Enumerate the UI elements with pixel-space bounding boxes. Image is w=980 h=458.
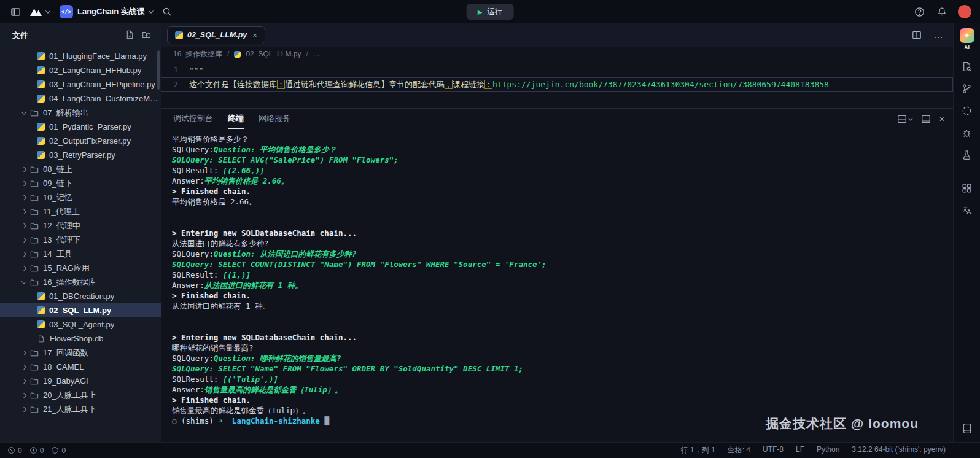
scrollbar-thumb[interactable] bbox=[157, 50, 160, 90]
python-icon bbox=[37, 52, 45, 60]
translate-icon[interactable] bbox=[961, 204, 973, 216]
terminal[interactable]: 平均销售价格是多少？SQLQuery:Question: 平均销售价格是多少？S… bbox=[161, 129, 953, 442]
tab-02-sql-llm[interactable]: 02_SQL_LLM.py × bbox=[167, 26, 265, 44]
project-selector[interactable]: </> LangChain 实战课 bbox=[60, 5, 153, 18]
file-label: 10_记忆 bbox=[43, 192, 72, 203]
tree-folder[interactable]: 13_代理下 bbox=[0, 233, 161, 247]
tree-folder[interactable]: 10_记忆 bbox=[0, 190, 161, 204]
tree-folder[interactable]: 19_BabyAGI bbox=[0, 374, 161, 388]
python-icon bbox=[37, 123, 45, 131]
chevron-right-icon bbox=[21, 364, 26, 369]
file-label: 20_人脉工具上 bbox=[43, 390, 96, 401]
help-icon[interactable] bbox=[912, 5, 926, 18]
folder-icon bbox=[30, 377, 39, 386]
breadcrumb-file[interactable]: 02_SQL_LLM.py bbox=[246, 50, 301, 58]
terminal-line: 平均销售价格是多少？ bbox=[172, 134, 953, 144]
book-icon[interactable] bbox=[961, 422, 973, 435]
panel-tab[interactable]: 调试控制台 bbox=[173, 109, 213, 129]
status-item[interactable]: UTF-8 bbox=[763, 445, 784, 456]
file-tree[interactable]: 01_HuggingFace_Llama.py02_LangChain_HFHu… bbox=[0, 48, 161, 442]
tree-folder[interactable]: 09_链下 bbox=[0, 176, 161, 190]
close-icon[interactable]: × bbox=[252, 31, 257, 40]
tree-folder[interactable]: 11_代理上 bbox=[0, 204, 161, 219]
chevron-down-icon bbox=[21, 279, 26, 284]
explorer-actions bbox=[125, 30, 151, 41]
tree-folder[interactable]: 17_回调函数 bbox=[0, 346, 161, 360]
code-segment: 课程链接 bbox=[453, 80, 484, 89]
tree-file[interactable]: 01_Pydantic_Parser.py bbox=[0, 120, 161, 134]
terminal-line bbox=[172, 207, 953, 217]
tree-folder[interactable]: 16_操作数据库 bbox=[0, 275, 161, 289]
tree-folder[interactable]: 14_工具 bbox=[0, 247, 161, 261]
statusbar-problems[interactable]: 000 bbox=[7, 446, 66, 455]
folder-icon bbox=[30, 165, 39, 174]
tree-file[interactable]: 04_LangChain_CustomizeMod... bbox=[0, 91, 161, 106]
terminal-layout-icon[interactable] bbox=[897, 114, 912, 124]
problems-errors[interactable]: 0 bbox=[7, 446, 22, 455]
terminal-text: > Entering new SQLDatabaseChain chain... bbox=[172, 228, 357, 238]
flask-icon[interactable] bbox=[961, 149, 973, 161]
terminal-line: 从法国进口的鲜花有 1 种。 bbox=[172, 301, 953, 311]
python-icon bbox=[37, 80, 45, 88]
tree-file[interactable]: 03_SQL_Agent.py bbox=[0, 317, 161, 332]
debug-icon[interactable] bbox=[961, 126, 973, 139]
status-item[interactable]: 3.12.2 64-bit ('shims': pyenv) bbox=[852, 445, 946, 456]
tree-folder[interactable]: 15_RAG应用 bbox=[0, 261, 161, 275]
tree-folder[interactable]: 12_代理中 bbox=[0, 219, 161, 233]
panel-toggle-icon[interactable] bbox=[921, 114, 931, 124]
status-item[interactable]: Python bbox=[817, 445, 839, 456]
tree-file[interactable]: 02_OutputFixParser.py bbox=[0, 134, 161, 148]
bell-icon[interactable] bbox=[935, 5, 949, 18]
close-panel-icon[interactable]: × bbox=[939, 114, 944, 124]
file-label: 13_代理下 bbox=[43, 235, 80, 246]
tree-folder[interactable]: 08_链上 bbox=[0, 162, 161, 176]
code-link[interactable]: https://juejin.cn/book/73877023474361303… bbox=[492, 80, 829, 89]
tree-file[interactable]: 02_SQL_LLM.py bbox=[0, 303, 161, 317]
status-item[interactable]: 空格: 4 bbox=[728, 445, 750, 456]
tree-file[interactable]: FlowerShop.db bbox=[0, 332, 161, 346]
terminal-line: Answer:平均销售价格是 2.66。 bbox=[172, 176, 953, 186]
panel-tab[interactable]: 网络服务 bbox=[259, 109, 290, 129]
ai-assistant-button[interactable]: ✦ AI bbox=[960, 28, 974, 50]
problems-infos[interactable]: 0 bbox=[51, 446, 66, 455]
tree-folder[interactable]: 07_解析输出 bbox=[0, 106, 161, 120]
run-button[interactable]: ▶ 运行 bbox=[467, 4, 514, 20]
chevron-right-icon bbox=[21, 406, 26, 411]
circle-dashed-icon[interactable] bbox=[961, 104, 973, 117]
avatar[interactable] bbox=[958, 5, 971, 18]
tree-folder[interactable]: 18_CAMEL bbox=[0, 360, 161, 374]
terminal-text: 平均销售价格是 2.66。 bbox=[204, 176, 289, 185]
file-label: 03_RetryParser.py bbox=[49, 150, 115, 160]
more-actions-icon[interactable]: … bbox=[933, 29, 943, 41]
terminal-output: 平均销售价格是多少？SQLQuery:Question: 平均销售价格是多少？S… bbox=[172, 134, 953, 426]
sidebar-toggle-icon[interactable] bbox=[9, 5, 22, 18]
tree-folder[interactable]: 20_人脉工具上 bbox=[0, 388, 161, 402]
tree-file[interactable]: 01_HuggingFace_Llama.py bbox=[0, 49, 161, 63]
breadcrumb-folder[interactable]: 16_操作数据库 bbox=[173, 49, 222, 60]
breadcrumb-more[interactable]: ... bbox=[313, 50, 319, 58]
tree-file[interactable]: 02_LangChain_HFHub.py bbox=[0, 63, 161, 77]
tree-folder[interactable]: 21_人脉工具下 bbox=[0, 402, 161, 416]
file-label: 02_SQL_LLM.py bbox=[49, 306, 111, 315]
terminal-text: 销售量最高的鲜花是郁金香（Tulip）。 bbox=[172, 406, 310, 415]
new-folder-icon[interactable] bbox=[142, 30, 151, 41]
code-lines[interactable]: 1"""2这个文件是【连接数据库：通过链和代理查询鲜花信息】章节的配套代码，课程… bbox=[161, 61, 953, 108]
tree-file[interactable]: 03_RetryParser.py bbox=[0, 148, 161, 162]
panel-tab[interactable]: 终端 bbox=[228, 109, 244, 129]
new-file-icon[interactable] bbox=[125, 30, 134, 41]
play-icon: ▶ bbox=[478, 9, 483, 15]
status-item[interactable]: 行 1，列 1 bbox=[681, 445, 715, 456]
tree-file[interactable]: 01_DBCreation.py bbox=[0, 289, 161, 303]
problems-warnings[interactable]: 0 bbox=[29, 446, 44, 455]
git-branch-icon[interactable] bbox=[961, 82, 973, 95]
tree-file[interactable]: 03_LangChain_HFPipeline.py bbox=[0, 77, 161, 91]
file-label: 03_SQL_Agent.py bbox=[49, 320, 114, 329]
file-search-icon[interactable] bbox=[961, 60, 973, 72]
status-item[interactable]: LF bbox=[796, 445, 804, 456]
app-logo[interactable] bbox=[29, 7, 50, 17]
breadcrumb: 16_操作数据库 / 02_SQL_LLM.py / ... bbox=[161, 47, 953, 61]
extensions-grid-icon[interactable] bbox=[961, 182, 973, 194]
terminal-text: SQLQuery: bbox=[172, 145, 214, 154]
search-icon[interactable] bbox=[160, 5, 174, 18]
split-editor-icon[interactable] bbox=[910, 28, 924, 42]
